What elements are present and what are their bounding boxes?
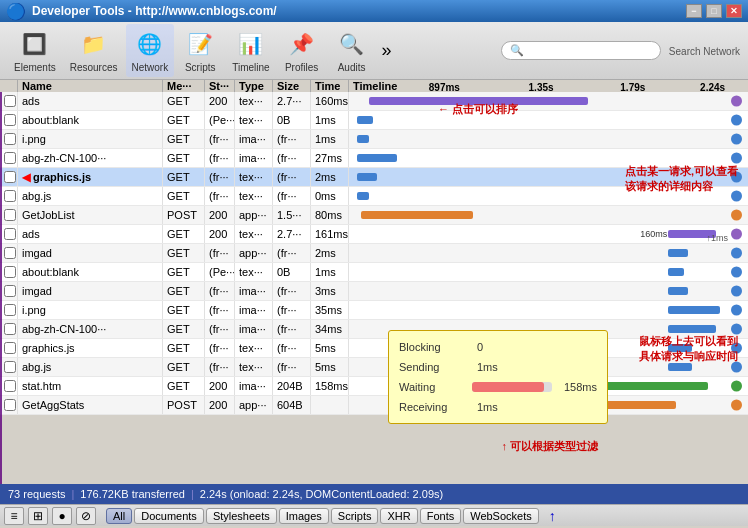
row-method: GET bbox=[163, 358, 205, 376]
table-row[interactable]: about:blank GET (Pe··· tex··· 0B 1ms bbox=[0, 263, 748, 282]
row-checkbox[interactable] bbox=[4, 323, 16, 335]
col-timeline[interactable]: Timeline 897ms 1.35s 1.79s 2.24s bbox=[349, 80, 748, 92]
timeline-dot bbox=[731, 400, 742, 411]
table-row[interactable]: GetJobList POST 200 app··· 1.5··· 80ms bbox=[0, 206, 748, 225]
table-row[interactable]: i.png GET (fr··· ima··· (fr··· 35ms bbox=[0, 301, 748, 320]
table-row[interactable]: about:blank GET (Pe··· tex··· 0B 1ms bbox=[0, 111, 748, 130]
table-row[interactable]: imgad GET (fr··· ima··· (fr··· 3ms bbox=[0, 282, 748, 301]
table-row[interactable]: i.png GET (fr··· ima··· (fr··· 1ms bbox=[0, 130, 748, 149]
row-checkbox[interactable] bbox=[4, 266, 16, 278]
filter-icon-record[interactable]: ● bbox=[52, 507, 72, 525]
row-time: 35ms bbox=[311, 301, 349, 319]
table-row[interactable]: imgad GET (fr··· app··· (fr··· 2ms bbox=[0, 244, 748, 263]
row-method: POST bbox=[163, 206, 205, 224]
close-button[interactable]: ✕ bbox=[726, 4, 742, 18]
filter-btn-images[interactable]: Images bbox=[279, 508, 329, 524]
row-size: 1.5··· bbox=[273, 206, 311, 224]
row-timeline bbox=[349, 92, 748, 110]
row-time: 160ms bbox=[311, 92, 349, 110]
filter-icon-grid[interactable]: ⊞ bbox=[28, 507, 48, 525]
row-checkbox[interactable] bbox=[4, 171, 16, 183]
tooltip-waiting-label: Waiting bbox=[399, 381, 464, 393]
table-row[interactable]: stat.htm GET 200 ima··· 204B 158ms bbox=[0, 377, 748, 396]
toolbar-profiles[interactable]: 📌 Profiles bbox=[278, 24, 326, 77]
search-box[interactable]: 🔍 bbox=[501, 41, 661, 60]
row-checkbox[interactable] bbox=[4, 304, 16, 316]
table-row[interactable]: abg.js GET (fr··· tex··· (fr··· 5ms bbox=[0, 358, 748, 377]
toolbar-timeline[interactable]: 📊 Timeline bbox=[226, 24, 275, 77]
toolbar-audits[interactable]: 🔍 Audits bbox=[328, 24, 376, 77]
row-checkbox[interactable] bbox=[4, 152, 16, 164]
table-row[interactable]: abg-zh-CN-100··· GET (fr··· ima··· (fr··… bbox=[0, 320, 748, 339]
toolbar-scripts[interactable]: 📝 Scripts bbox=[176, 24, 224, 77]
row-type: app··· bbox=[235, 206, 273, 224]
row-checkbox[interactable] bbox=[4, 209, 16, 221]
row-checkbox[interactable] bbox=[4, 190, 16, 202]
resources-label: Resources bbox=[70, 62, 118, 73]
more-tools-button[interactable]: » bbox=[382, 40, 392, 61]
row-type: ima··· bbox=[235, 149, 273, 167]
row-checkbox[interactable] bbox=[4, 285, 16, 297]
red-arrow-icon: ◀ bbox=[22, 171, 30, 184]
filter-btn-stylesheets[interactable]: Stylesheets bbox=[206, 508, 277, 524]
table-row[interactable]: GetAggStats POST 200 app··· 604B bbox=[0, 396, 748, 415]
status-bar: 73 requests | 176.72KB transferred | 2.2… bbox=[0, 484, 748, 504]
row-name: stat.htm bbox=[18, 377, 163, 395]
row-time: 5ms bbox=[311, 358, 349, 376]
search-input[interactable] bbox=[528, 45, 628, 57]
filter-btn-websockets[interactable]: WebSockets bbox=[463, 508, 539, 524]
filter-icon-clear[interactable]: ⊘ bbox=[76, 507, 96, 525]
filter-btn-all[interactable]: All bbox=[106, 508, 132, 524]
table-row[interactable]: abg-zh-CN-100··· GET (fr··· ima··· (fr··… bbox=[0, 149, 748, 168]
toolbar-network[interactable]: 🌐 Network bbox=[126, 24, 175, 77]
row-time: 1ms bbox=[311, 263, 349, 281]
row-type: tex··· bbox=[235, 168, 273, 186]
network-table-body[interactable]: ads GET 200 tex··· 2.7··· 160ms about:bl… bbox=[0, 92, 748, 484]
filter-btn-scripts[interactable]: Scripts bbox=[331, 508, 379, 524]
tooltip-sending-value: 1ms bbox=[477, 361, 498, 373]
timeline-dot bbox=[731, 191, 742, 202]
timeline-dot bbox=[731, 134, 742, 145]
table-row[interactable]: ads GET 200 tex··· 2.7··· 161ms 160ms↑ ↑… bbox=[0, 225, 748, 244]
status-transferred: 176.72KB transferred bbox=[80, 488, 185, 500]
row-status: (fr··· bbox=[205, 168, 235, 186]
row-checkbox[interactable] bbox=[4, 380, 16, 392]
row-time: 27ms bbox=[311, 149, 349, 167]
table-row[interactable]: ◀graphics.js GET (fr··· tex··· (fr··· 2m… bbox=[0, 168, 748, 187]
filter-btn-xhr[interactable]: XHR bbox=[380, 508, 417, 524]
row-checkbox[interactable] bbox=[4, 399, 16, 411]
table-row[interactable]: graphics.js GET (fr··· tex··· (fr··· 5ms bbox=[0, 339, 748, 358]
col-method[interactable]: Me··· bbox=[163, 80, 205, 92]
col-type[interactable]: Type bbox=[235, 80, 273, 92]
table-row[interactable]: ads GET 200 tex··· 2.7··· 160ms bbox=[0, 92, 748, 111]
toolbar-elements[interactable]: 🔲 Elements bbox=[8, 24, 62, 77]
row-checkbox[interactable] bbox=[4, 114, 16, 126]
col-size[interactable]: Size bbox=[273, 80, 311, 92]
row-timeline bbox=[349, 301, 748, 319]
toolbar-resources[interactable]: 📁 Resources bbox=[64, 24, 124, 77]
row-checkbox[interactable] bbox=[4, 95, 16, 107]
timeline-dot bbox=[731, 343, 742, 354]
filter-icon-list[interactable]: ≡ bbox=[4, 507, 24, 525]
maximize-button[interactable]: □ bbox=[706, 4, 722, 18]
minimize-button[interactable]: − bbox=[686, 4, 702, 18]
col-time[interactable]: Time bbox=[311, 80, 349, 92]
table-row[interactable]: abg.js GET (fr··· tex··· (fr··· 0ms bbox=[0, 187, 748, 206]
row-name: abg.js bbox=[18, 187, 163, 205]
row-status: (fr··· bbox=[205, 244, 235, 262]
row-checkbox[interactable] bbox=[4, 361, 16, 373]
row-name: abg-zh-CN-100··· bbox=[18, 149, 163, 167]
row-checkbox[interactable] bbox=[4, 247, 16, 259]
filter-btn-documents[interactable]: Documents bbox=[134, 508, 204, 524]
row-checkbox[interactable] bbox=[4, 342, 16, 354]
col-name[interactable]: Name bbox=[18, 80, 163, 92]
row-type: tex··· bbox=[235, 92, 273, 110]
timeline-dot bbox=[731, 96, 742, 107]
status-requests: 73 requests bbox=[8, 488, 65, 500]
filter-btn-fonts[interactable]: Fonts bbox=[420, 508, 462, 524]
row-method: GET bbox=[163, 339, 205, 357]
col-status[interactable]: St··· bbox=[205, 80, 235, 92]
tooltip-sending-label: Sending bbox=[399, 361, 469, 373]
row-checkbox[interactable] bbox=[4, 228, 16, 240]
row-checkbox[interactable] bbox=[4, 133, 16, 145]
